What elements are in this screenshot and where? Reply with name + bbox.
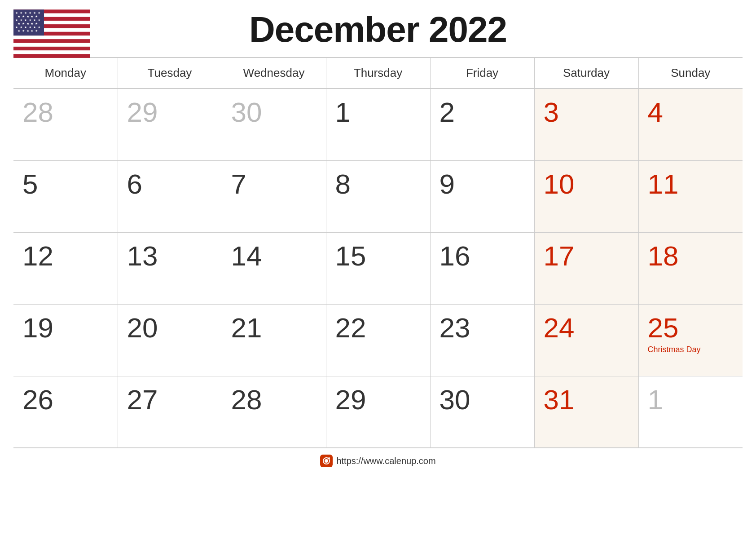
svg-text:★: ★ [26, 15, 29, 18]
calendar-day-cell: 30 [222, 88, 326, 160]
calendar-day-cell: 12 [13, 232, 118, 304]
svg-text:★: ★ [31, 29, 33, 33]
calendar-day-cell: 8 [326, 160, 430, 232]
day-number: 19 [22, 313, 109, 343]
svg-text:★: ★ [18, 15, 20, 18]
day-number: 28 [231, 385, 317, 415]
calendar-day-cell: 28 [222, 376, 326, 448]
calendar-day-cell: 18 [638, 232, 743, 304]
svg-text:★: ★ [22, 29, 25, 33]
svg-text:★: ★ [29, 26, 31, 29]
calendar-day-cell: 22 [326, 304, 430, 376]
day-number: 31 [544, 385, 629, 415]
svg-text:★: ★ [20, 11, 22, 15]
day-number: 7 [231, 169, 317, 199]
calendar-day-cell: 20 [118, 304, 222, 376]
calendar-day-cell: 1 [326, 88, 430, 160]
calendar-day-cell: 27 [118, 376, 222, 448]
calendar-week-row: 12131415161718 [13, 232, 743, 304]
day-number: 20 [127, 313, 213, 343]
svg-rect-10 [13, 47, 90, 50]
svg-point-50 [328, 457, 330, 459]
calendar-day-cell: 25Christmas Day [638, 304, 743, 376]
day-of-week-header: Sunday [638, 57, 743, 88]
svg-text:★: ★ [26, 29, 29, 33]
day-number: 8 [335, 169, 421, 199]
calendar-week-row: 567891011 [13, 160, 743, 232]
svg-text:★: ★ [35, 15, 38, 18]
day-number: 26 [22, 385, 109, 415]
svg-text:★: ★ [24, 18, 27, 22]
calendar-day-cell: 28 [13, 88, 118, 160]
calendar-day-cell: 26 [13, 376, 118, 448]
svg-text:★: ★ [38, 26, 40, 29]
svg-text:★: ★ [35, 29, 38, 33]
svg-text:★: ★ [33, 18, 36, 22]
calendar-week-row: 19202122232425Christmas Day [13, 304, 743, 376]
svg-text:★: ★ [33, 26, 36, 29]
svg-text:★: ★ [29, 18, 31, 22]
calendar-day-cell: 16 [430, 232, 534, 304]
holiday-label: Christmas Day [648, 345, 734, 354]
footer-url: https://www.calenup.com [336, 456, 435, 466]
svg-text:★: ★ [33, 11, 36, 15]
calendar-header: ★★★ ★★★ ★★★ ★★ ★★★ ★★★ ★★★ ★★ ★★★ ★★★ ★★… [13, 9, 743, 50]
day-number: 27 [127, 385, 213, 415]
day-of-week-header: Monday [13, 57, 118, 88]
svg-text:★: ★ [18, 22, 20, 26]
calendar-table: MondayTuesdayWednesdayThursdayFridaySatu… [13, 57, 743, 448]
calendar-day-cell: 3 [534, 88, 638, 160]
calendar-day-cell: 21 [222, 304, 326, 376]
calendar-day-cell: 19 [13, 304, 118, 376]
day-number: 15 [335, 241, 421, 271]
day-number: 12 [22, 241, 109, 271]
calendar-day-cell: 10 [534, 160, 638, 232]
svg-text:★: ★ [35, 22, 38, 26]
svg-rect-9 [13, 43, 90, 47]
calenup-icon [320, 455, 333, 467]
day-number: 14 [231, 241, 317, 271]
svg-text:★: ★ [38, 18, 40, 22]
calendar-day-cell: 14 [222, 232, 326, 304]
calendar-day-cell: 2 [430, 88, 534, 160]
day-of-week-header: Friday [430, 57, 534, 88]
svg-text:★: ★ [31, 22, 33, 26]
calendar-day-cell: 5 [13, 160, 118, 232]
svg-text:★: ★ [24, 11, 27, 15]
calendar-day-cell: 29 [118, 88, 222, 160]
day-number: 10 [544, 169, 629, 199]
day-number: 22 [335, 313, 421, 343]
svg-text:★: ★ [22, 22, 25, 26]
svg-text:★: ★ [15, 18, 18, 22]
calendar-day-cell: 13 [118, 232, 222, 304]
calendar-day-cell: 17 [534, 232, 638, 304]
calendar-day-cell: 6 [118, 160, 222, 232]
day-number: 6 [127, 169, 213, 199]
day-number: 16 [440, 241, 525, 271]
day-number: 24 [544, 313, 629, 343]
svg-rect-7 [13, 35, 90, 39]
calendar-day-cell: 31 [534, 376, 638, 448]
day-of-week-header: Tuesday [118, 57, 222, 88]
svg-point-49 [325, 459, 328, 463]
day-number: 17 [544, 241, 629, 271]
day-number: 11 [648, 169, 734, 199]
day-number: 30 [231, 97, 317, 128]
us-flag: ★★★ ★★★ ★★★ ★★ ★★★ ★★★ ★★★ ★★ ★★★ ★★★ ★★… [13, 9, 90, 58]
calendar-footer: https://www.calenup.com [13, 455, 743, 472]
day-number: 2 [440, 97, 525, 128]
day-number: 21 [231, 313, 317, 343]
svg-text:★: ★ [20, 26, 22, 29]
svg-text:★: ★ [20, 18, 22, 22]
day-of-week-header: Thursday [326, 57, 430, 88]
day-number: 25 [648, 313, 734, 343]
day-number: 28 [22, 97, 109, 128]
svg-text:★: ★ [26, 22, 29, 26]
svg-rect-11 [13, 50, 90, 54]
calendar-day-cell: 7 [222, 160, 326, 232]
calendar-header-row: MondayTuesdayWednesdayThursdayFridaySatu… [13, 57, 743, 88]
svg-text:★: ★ [24, 26, 27, 29]
calendar-day-cell: 29 [326, 376, 430, 448]
svg-rect-8 [13, 39, 90, 43]
calendar-week-row: 2627282930311 [13, 376, 743, 448]
